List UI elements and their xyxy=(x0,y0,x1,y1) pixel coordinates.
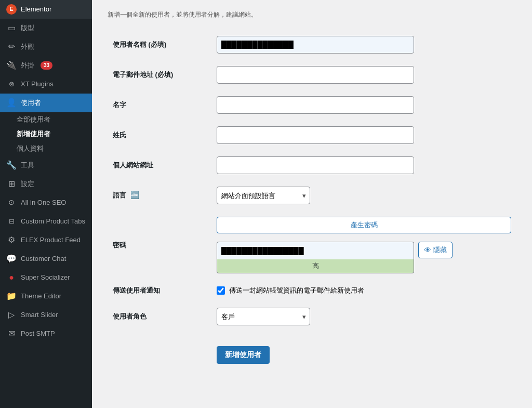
sidebar-item-label: 工具 xyxy=(21,161,34,170)
sidebar-item-label: 版型 xyxy=(21,23,34,33)
sidebar-sub-all-users[interactable]: 全部使用者 xyxy=(0,112,92,127)
sidebar-item-plugins[interactable]: 🔌 外掛 33 xyxy=(0,56,92,75)
sidebar-item-xt-plugins[interactable]: ⊗ XT Plugins xyxy=(0,75,92,94)
hide-password-button[interactable]: 👁 隱藏 xyxy=(418,242,453,258)
sub-label: 全部使用者 xyxy=(17,115,50,124)
post-smtp-icon: ✉ xyxy=(6,328,17,339)
website-label: 個人網站網址 xyxy=(108,150,211,180)
sub-label: 個人資料 xyxy=(17,144,44,153)
appearance-icon: ✏ xyxy=(6,42,17,52)
add-user-form: 使用者名稱 (必填) 電子郵件地址 (必填) 名字 姓氏 xyxy=(108,30,516,370)
lastname-label: 姓氏 xyxy=(108,120,211,150)
sidebar-item-label: Customer Chat xyxy=(21,254,66,264)
hide-label: 隱藏 xyxy=(433,245,447,255)
sidebar-item-smart-slider[interactable]: ▷ Smart Slider xyxy=(0,306,92,324)
users-icon: 👤 xyxy=(6,98,17,108)
sidebar-item-label: 設定 xyxy=(21,179,34,189)
sidebar-item-label: Super Socializer xyxy=(21,273,70,282)
lastname-row: 姓氏 xyxy=(108,120,516,150)
sidebar-item-label: Post SMTP xyxy=(21,329,55,338)
sidebar-item-layouts[interactable]: ▭ 版型 xyxy=(0,19,92,37)
sidebar-item-appearance[interactable]: ✏ 外觀 xyxy=(0,37,92,56)
password-field-row: 高 👁 隱藏 xyxy=(217,242,511,273)
sidebar-item-post-smtp[interactable]: ✉ Post SMTP xyxy=(0,324,92,343)
sidebar-item-super-socializer[interactable]: ● Super Socializer xyxy=(0,268,92,287)
generate-password-button[interactable]: 產生密碼 xyxy=(217,217,511,233)
email-row: 電子郵件地址 (必填) xyxy=(108,60,516,90)
add-user-button[interactable]: 新增使用者 xyxy=(217,346,270,364)
sidebar-item-users[interactable]: 👤 使用者 xyxy=(0,94,92,112)
sidebar-item-label: 外掛 xyxy=(21,61,34,70)
password-row: 密碼 產生密碼 高 👁 隱藏 xyxy=(108,210,516,280)
layouts-icon: ▭ xyxy=(6,23,17,33)
website-row: 個人網站網址 xyxy=(108,150,516,180)
sidebar-item-settings[interactable]: ⊞ 設定 xyxy=(0,175,92,193)
sidebar-item-label: Elementor xyxy=(21,5,51,14)
sidebar-item-label: XT Plugins xyxy=(21,80,54,89)
plugins-icon: 🔌 xyxy=(6,60,17,71)
language-icon: 🔤 xyxy=(130,191,139,199)
email-label: 電子郵件地址 (必填) xyxy=(108,60,211,90)
sidebar-item-elex[interactable]: ⚙ ELEX Product Feed xyxy=(0,231,92,249)
elementor-icon: E xyxy=(6,4,17,15)
notification-text: 傳送一封網站帳號資訊的電子郵件給新使用者 xyxy=(229,286,364,295)
sidebar-sub-profile[interactable]: 個人資料 xyxy=(0,141,92,156)
sidebar-item-theme-editor[interactable]: 📁 Theme Editor xyxy=(0,287,92,306)
sidebar-item-label: All in One SEO xyxy=(21,198,66,207)
sidebar-item-seo[interactable]: ⊙ All in One SEO xyxy=(0,193,92,212)
password-input[interactable] xyxy=(217,242,414,259)
role-select[interactable]: 客戶 xyxy=(217,308,310,325)
breadcrumb: 新增一個全新的使用者，並將使用者分解，建議網站。 xyxy=(108,10,516,19)
notification-checkbox[interactable] xyxy=(217,286,225,295)
sidebar-item-customer-chat[interactable]: 💬 Customer Chat xyxy=(0,249,92,268)
firstname-label: 名字 xyxy=(108,90,211,120)
username-input[interactable] xyxy=(217,36,414,54)
custom-product-tabs-icon: ⊟ xyxy=(6,216,17,227)
super-socializer-icon: ● xyxy=(6,272,17,283)
language-label: 語言 🔤 xyxy=(108,180,211,210)
sidebar-item-label: ELEX Product Feed xyxy=(21,235,81,245)
sidebar-item-label: Theme Editor xyxy=(21,292,61,301)
notification-label: 傳送使用者通知 xyxy=(108,280,211,301)
sidebar: E Elementor ▭ 版型 ✏ 外觀 🔌 外掛 33 ⊗ XT Plugi… xyxy=(0,0,92,408)
sidebar-item-label: 外觀 xyxy=(21,42,34,51)
language-row: 語言 🔤 網站介面預設語言 xyxy=(108,180,516,210)
eye-icon: 👁 xyxy=(424,246,431,254)
email-input[interactable] xyxy=(217,66,414,84)
role-row: 使用者角色 客戶 xyxy=(108,301,516,332)
password-field-wrapper: 高 xyxy=(217,242,414,273)
role-label: 使用者角色 xyxy=(108,301,211,332)
plugins-badge: 33 xyxy=(41,61,52,70)
sidebar-item-elementor[interactable]: E Elementor xyxy=(0,0,92,19)
sidebar-item-label: Custom Product Tabs xyxy=(21,217,85,226)
username-label: 使用者名稱 (必填) xyxy=(108,30,211,60)
sidebar-item-custom-product-tabs[interactable]: ⊟ Custom Product Tabs xyxy=(0,212,92,231)
seo-icon: ⊙ xyxy=(6,198,17,208)
theme-editor-icon: 📁 xyxy=(6,291,17,301)
sidebar-item-label: 使用者 xyxy=(21,98,41,108)
language-select-wrapper: 網站介面預設語言 xyxy=(217,187,310,204)
sidebar-item-label: Smart Slider xyxy=(21,310,58,320)
main-content: 新增一個全新的使用者，並將使用者分解，建議網站。 使用者名稱 (必填) 電子郵件… xyxy=(92,0,532,408)
submit-row: 新增使用者 xyxy=(108,332,516,370)
username-row: 使用者名稱 (必填) xyxy=(108,30,516,60)
notification-checkbox-row: 傳送一封網站帳號資訊的電子郵件給新使用者 xyxy=(217,286,511,295)
notification-row: 傳送使用者通知 傳送一封網站帳號資訊的電子郵件給新使用者 xyxy=(108,280,516,301)
password-label: 密碼 xyxy=(108,210,211,280)
settings-icon: ⊞ xyxy=(6,179,17,189)
lastname-input[interactable] xyxy=(217,126,414,144)
customer-chat-icon: 💬 xyxy=(6,254,17,264)
website-input[interactable] xyxy=(217,156,414,174)
firstname-input[interactable] xyxy=(217,96,414,114)
firstname-row: 名字 xyxy=(108,90,516,120)
password-section: 產生密碼 高 👁 隱藏 xyxy=(217,217,511,273)
sub-label: 新增使用者 xyxy=(17,129,50,139)
language-select[interactable]: 網站介面預設語言 xyxy=(217,187,310,204)
role-select-wrapper: 客戶 xyxy=(217,308,310,325)
sidebar-item-tools[interactable]: 🔧 工具 xyxy=(0,156,92,175)
elex-icon: ⚙ xyxy=(6,235,17,245)
smart-slider-icon: ▷ xyxy=(6,310,17,320)
sidebar-sub-add-user[interactable]: 新增使用者 xyxy=(0,127,92,141)
password-strength: 高 xyxy=(217,259,414,273)
tools-icon: 🔧 xyxy=(6,160,17,170)
